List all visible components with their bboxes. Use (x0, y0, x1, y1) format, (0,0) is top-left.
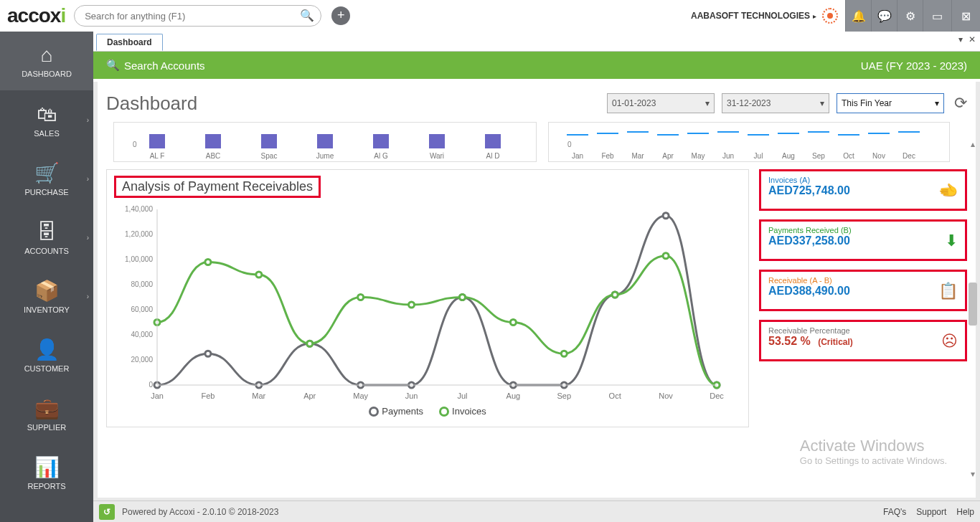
mini-bar (149, 134, 165, 148)
nav-supplier[interactable]: 💼 SUPPLIER (0, 384, 93, 443)
nav-label: REPORTS (28, 482, 66, 490)
fiscal-context: UAE (FY 2023 - 2023) (861, 60, 967, 72)
mini-bar (317, 134, 333, 148)
global-search[interactable]: 🔍 (74, 5, 321, 27)
footer-link-faqs[interactable]: FAQ's (883, 507, 906, 517)
nav-customer[interactable]: 👤 CUSTOMER (0, 326, 93, 384)
chevron-down-icon: ▾ (705, 98, 710, 108)
mini-line-label: Mar (631, 152, 644, 160)
scroll-up-icon[interactable]: ▴ (967, 139, 979, 149)
chevron-right-icon: › (87, 234, 89, 242)
footer-link-support[interactable]: Support (916, 507, 946, 517)
mini-line-seg (717, 131, 739, 133)
mini-line-chart: 0 JanFebMarAprMayJunJulAugSepOctNovDec (548, 122, 950, 162)
top-bar: accoxi 🔍 + AABASOFT TECHNOLOGIES ▸ 🔔 💬 ⚙… (0, 0, 980, 32)
status-bar: ↺ Powered by Accoxi - 2.0.10 © 2018-2023… (93, 500, 980, 522)
search-accounts-icon[interactable]: 🔍 (106, 59, 120, 72)
svg-text:Jun: Jun (405, 392, 418, 400)
receivables-chart: 020,00040,00060,00080,0001,00,0001,20,00… (114, 202, 724, 403)
kpi-payments[interactable]: Payments Received (B) AED337,258.00 ⬇︎ (759, 219, 967, 261)
tab-close-icon[interactable]: ✕ (969, 34, 976, 44)
main-area: Dashboard ▾ ✕ 🔍 Search Accounts UAE (FY … (93, 32, 980, 522)
svg-text:Jan: Jan (151, 392, 164, 400)
gear-icon[interactable]: ⚙ (897, 0, 923, 32)
mini-bar-zero: 0 (133, 141, 137, 148)
scroll-down-icon[interactable]: ▾ (967, 469, 979, 479)
accounts-icon: 🗄 (37, 220, 57, 244)
svg-text:Dec: Dec (710, 392, 724, 400)
svg-text:Apr: Apr (303, 392, 316, 400)
svg-text:Jul: Jul (457, 392, 467, 400)
bell-icon[interactable]: 🔔 (845, 0, 871, 32)
mini-line-seg (838, 134, 859, 136)
search-accounts-label[interactable]: Search Accounts (124, 60, 205, 72)
chevron-right-icon: › (87, 175, 89, 183)
sad-face-icon: ☹ (941, 332, 958, 351)
nav-sales[interactable]: 🛍 SALES › (0, 90, 93, 149)
dashboard-icon: ⌂ (41, 44, 53, 67)
clipboard-icon: 📋 (938, 282, 958, 300)
date-to-select[interactable]: 31-12-2023▾ (722, 93, 829, 113)
tab-dropdown-icon[interactable]: ▾ (958, 34, 963, 44)
receipt-in-icon: ⬇︎ (945, 232, 958, 250)
hand-money-icon: 🫲 (938, 181, 958, 200)
svg-text:80,000: 80,000 (131, 280, 153, 288)
svg-text:40,000: 40,000 (131, 331, 153, 338)
search-icon[interactable]: 🔍 (300, 9, 314, 22)
mini-line-label: Feb (601, 152, 613, 160)
nav-reports[interactable]: 📊 REPORTS (0, 443, 93, 502)
point (409, 302, 415, 308)
brand-swirl-icon[interactable] (822, 8, 838, 24)
refresh-icon[interactable]: ⟳ (954, 94, 967, 113)
mini-bar-label: ABC (206, 152, 221, 160)
kpi-percentage[interactable]: Receivable Percentage 53.52 % (Critical)… (759, 320, 967, 361)
mini-bar-label: Spac (261, 152, 278, 160)
tab-dashboard[interactable]: Dashboard (96, 34, 163, 51)
point (256, 272, 262, 277)
reports-icon: 📊 (34, 455, 60, 479)
nav-label: SUPPLIER (27, 423, 66, 432)
period-select[interactable]: This Fin Year▾ (837, 93, 944, 113)
kpi-invoices[interactable]: Invoices (A) AED725,748.00 🫲 (759, 169, 967, 211)
nav-dashboard[interactable]: ⌂ DASHBOARD (0, 32, 93, 90)
nav-inventory[interactable]: 📦 INVENTORY › (0, 267, 93, 326)
mini-bar-label: Al D (486, 152, 500, 160)
company-name[interactable]: AABASOFT TECHNOLOGIES (691, 11, 810, 21)
svg-text:60,000: 60,000 (131, 305, 153, 313)
footer-link-help[interactable]: Help (956, 507, 974, 517)
vertical-scrollbar[interactable]: ▴ ▾ (967, 139, 979, 479)
company-caret-icon[interactable]: ▸ (813, 12, 816, 20)
mini-bar (373, 134, 389, 148)
nav-label: ACCOUNTS (24, 247, 69, 255)
mini-line-label: Apr (662, 152, 674, 160)
purchase-icon: 🛒 (34, 161, 60, 185)
svg-text:May: May (353, 392, 368, 400)
mini-line-label: Dec (903, 152, 915, 160)
chevron-down-icon: ▾ (820, 98, 824, 108)
chat-icon[interactable]: 💬 (871, 0, 897, 32)
nav-label: SALES (34, 129, 59, 138)
nav-accounts[interactable]: 🗄 ACCOUNTS › (0, 208, 93, 267)
svg-text:Aug: Aug (507, 392, 521, 400)
mini-line-label: May (692, 152, 705, 160)
point (307, 341, 313, 346)
point (459, 295, 465, 300)
minimize-icon[interactable]: ▭ (923, 0, 951, 32)
receivables-chart-panel: Analysis of Payment Receivables 020,0004… (106, 169, 749, 427)
svg-text:Mar: Mar (252, 392, 265, 400)
svg-text:1,20,000: 1,20,000 (125, 230, 153, 238)
quick-add-button[interactable]: + (331, 6, 350, 25)
date-from-select[interactable]: 01-01-2023▾ (607, 93, 715, 113)
close-icon[interactable]: ⊠ (951, 0, 980, 32)
nav-purchase[interactable]: 🛒 PURCHASE › (0, 149, 93, 208)
mini-bar-label: Jume (316, 152, 334, 160)
kpi-receivable[interactable]: Receivable (A - B) AED388,490.00 📋 (759, 270, 967, 311)
chart-title: Analysis of Payment Receivables (114, 176, 321, 198)
scroll-thumb[interactable] (969, 283, 977, 326)
app-logo: accoxi (7, 4, 65, 27)
tab-strip: Dashboard ▾ ✕ (93, 32, 980, 52)
search-input[interactable] (74, 5, 321, 27)
mini-line-seg (868, 133, 890, 134)
windows-watermark: Activate Windows Go to Settings to activ… (800, 437, 947, 466)
mini-line-seg (567, 134, 588, 136)
